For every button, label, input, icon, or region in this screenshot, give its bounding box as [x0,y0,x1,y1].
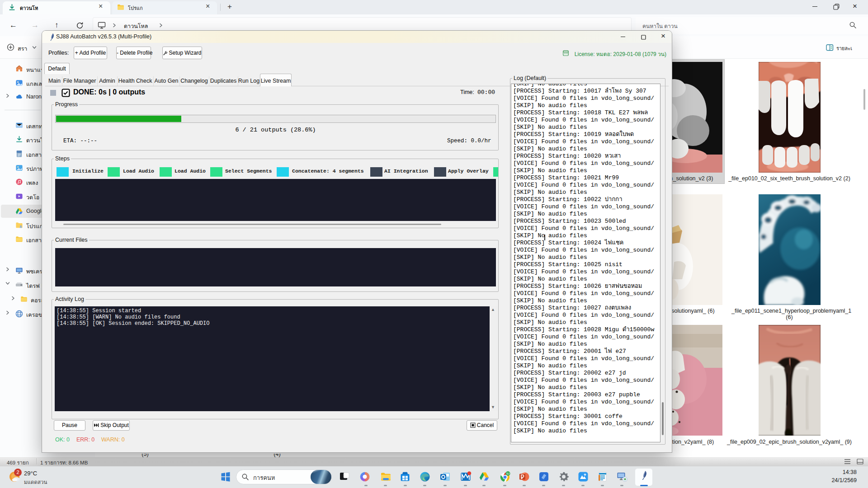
svg-text:SJ: SJ [506,472,509,475]
